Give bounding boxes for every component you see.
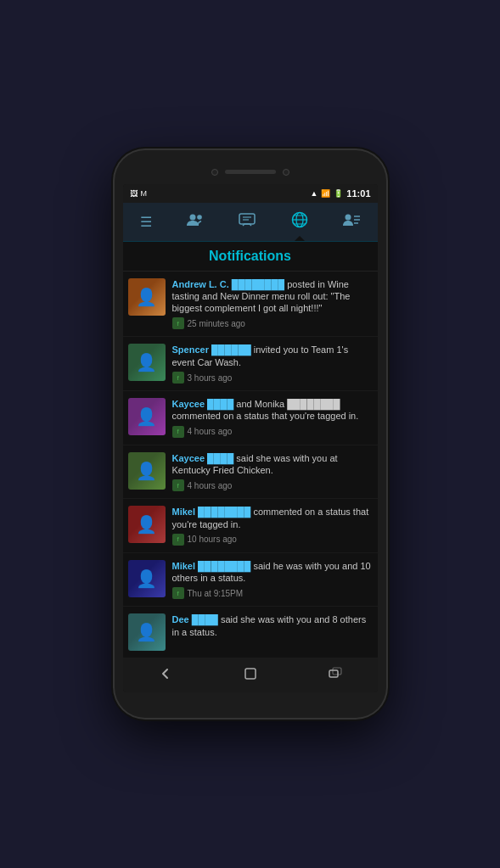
- notification-time-row: f 3 hours ago: [172, 372, 373, 384]
- front-sensor: [283, 169, 289, 176]
- notification-app-icon: f: [172, 317, 184, 329]
- notification-name: Mikel ████████: [172, 507, 251, 517]
- notification-name: Dee ████: [172, 614, 218, 624]
- notification-item[interactable]: 👤 Mikel ████████ commented on a status t…: [123, 499, 378, 553]
- notification-item[interactable]: 👤 Mikel ████████ said he was with you an…: [123, 553, 378, 608]
- nav-globe[interactable]: [284, 208, 315, 236]
- notification-time: 25 minutes ago: [188, 319, 245, 328]
- phone-device: 🖼 M ▲ 📶 🔋 11:01 ☰: [115, 150, 386, 719]
- android-navigation-bar: [123, 658, 378, 692]
- svg-point-0: [190, 214, 196, 220]
- app-nav-bar: ☰: [123, 203, 378, 242]
- home-button[interactable]: [243, 666, 258, 685]
- notification-text: Mikel ████████ commented on a status tha…: [172, 506, 373, 530]
- svg-rect-15: [329, 670, 338, 677]
- notification-text: Mikel ████████ said he was with you and …: [172, 560, 373, 585]
- notification-content: Mikel ████████ said he was with you and …: [172, 560, 373, 600]
- notification-content: Andrew L. C. ████████ posted in Wine tas…: [172, 278, 373, 330]
- notification-app-icon: f: [172, 426, 184, 438]
- front-camera: [211, 169, 218, 176]
- notification-time-row: f 10 hours ago: [172, 534, 373, 546]
- status-bar: 🖼 M ▲ 📶 🔋 11:01: [123, 184, 378, 203]
- avatar: 👤: [128, 452, 166, 490]
- notification-time-row: f 4 hours ago: [172, 479, 373, 491]
- notification-text: Kaycee ████ and Monika ████████ commente…: [172, 398, 373, 423]
- notification-time: 4 hours ago: [188, 481, 233, 490]
- notification-name: Kaycee ████: [172, 453, 234, 463]
- svg-rect-16: [333, 668, 341, 675]
- notification-content: Kaycee ████ said she was with you at Ken…: [172, 452, 373, 492]
- nav-menu[interactable]: ☰: [133, 210, 159, 233]
- wifi-icon: ▲: [310, 189, 317, 198]
- avatar: 👤: [128, 398, 166, 435]
- notification-content: Kaycee ████ and Monika ████████ commente…: [172, 398, 373, 438]
- nav-people-list[interactable]: [336, 210, 367, 234]
- gmail-status-icon: M: [141, 189, 148, 198]
- avatar: 👤: [128, 613, 166, 651]
- notification-content: Mikel ████████ commented on a status tha…: [172, 506, 373, 546]
- avatar: 👤: [128, 560, 166, 597]
- recents-button[interactable]: [328, 666, 343, 685]
- notification-time-row: f 25 minutes ago: [172, 317, 373, 329]
- signal-icon: 📶: [321, 189, 330, 198]
- time-display: 11:01: [346, 188, 370, 199]
- image-status-icon: 🖼: [130, 189, 138, 198]
- notification-text: Andrew L. C. ████████ posted in Wine tas…: [172, 278, 373, 315]
- notification-item[interactable]: 👤 Andrew L. C. ████████ posted in Wine t…: [123, 272, 378, 338]
- notification-time: 4 hours ago: [188, 427, 233, 436]
- speaker-grille: [225, 170, 276, 174]
- svg-point-10: [345, 214, 351, 220]
- svg-rect-14: [245, 669, 256, 679]
- notifications-list: 👤 Andrew L. C. ████████ posted in Wine t…: [123, 272, 378, 659]
- notification-app-icon: f: [172, 479, 184, 491]
- notification-name: Kaycee ████: [172, 399, 234, 409]
- notification-time: 3 hours ago: [188, 373, 233, 383]
- notification-text: Dee ████ said she was with you and 8 oth…: [172, 613, 373, 638]
- notification-item[interactable]: 👤 Dee ████ said she was with you and 8 o…: [123, 607, 378, 658]
- notification-name: Spencer ██████: [172, 344, 251, 355]
- notification-content: Spencer ██████ invited you to Team 1's e…: [172, 344, 373, 384]
- notification-name: Andrew L. C. ████████: [172, 279, 285, 289]
- notification-app-icon: f: [172, 534, 184, 546]
- notification-item[interactable]: 👤 Kaycee ████ and Monika ████████ commen…: [123, 391, 378, 445]
- notification-item[interactable]: 👤 Spencer ██████ invited you to Team 1's…: [123, 337, 378, 391]
- battery-icon: 🔋: [334, 189, 343, 198]
- notification-time: Thu at 9:15PM: [188, 589, 244, 598]
- svg-rect-2: [239, 214, 255, 224]
- status-right-icons: ▲ 📶 🔋 11:01: [310, 188, 370, 199]
- phone-top-bar: [123, 164, 378, 184]
- avatar: 👤: [128, 278, 166, 316]
- notification-app-icon: f: [172, 587, 184, 599]
- notification-time: 10 hours ago: [188, 535, 237, 544]
- notification-time-row: f 4 hours ago: [172, 426, 373, 438]
- notification-time-row: f Thu at 9:15PM: [172, 587, 373, 599]
- phone-screen: 🖼 M ▲ 📶 🔋 11:01 ☰: [123, 184, 378, 693]
- avatar: 👤: [128, 344, 166, 381]
- page-title-bar: Notifications: [123, 242, 378, 272]
- notification-text: Spencer ██████ invited you to Team 1's e…: [172, 344, 373, 368]
- page-title: Notifications: [209, 249, 291, 263]
- notification-content: Dee ████ said she was with you and 8 oth…: [172, 613, 373, 641]
- back-button[interactable]: [158, 666, 173, 685]
- notification-text: Kaycee ████ said she was with you at Ken…: [172, 452, 373, 477]
- notification-name: Mikel ████████: [172, 561, 251, 571]
- avatar: 👤: [128, 506, 166, 543]
- notification-app-icon: f: [172, 372, 184, 384]
- nav-friends[interactable]: [180, 210, 211, 234]
- status-left-icons: 🖼 M: [130, 189, 148, 198]
- notification-item[interactable]: 👤 Kaycee ████ said she was with you at K…: [123, 445, 378, 500]
- svg-point-1: [197, 215, 202, 220]
- phone-bottom: [123, 692, 378, 704]
- nav-messages[interactable]: [232, 210, 262, 234]
